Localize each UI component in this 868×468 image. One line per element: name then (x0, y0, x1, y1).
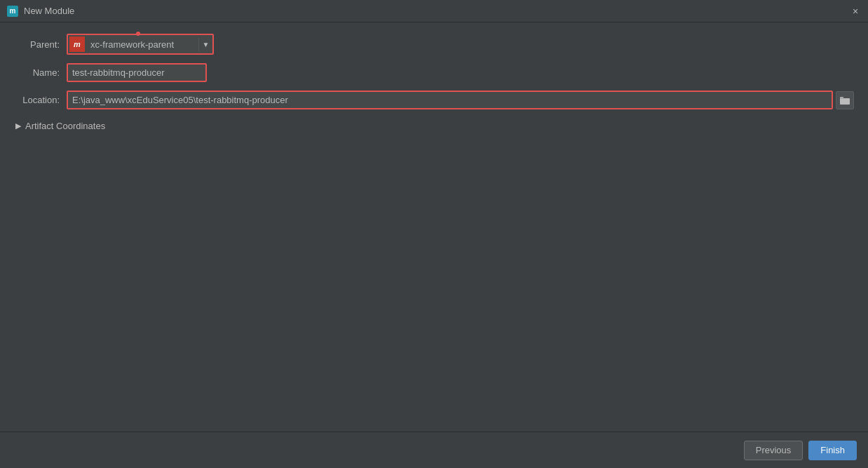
title-bar: m New Module × (0, 0, 868, 22)
dialog-title: New Module (24, 6, 850, 16)
artifact-expand-icon: ▶ (15, 121, 21, 131)
location-label: Location: (14, 95, 67, 105)
location-wrapper (67, 91, 854, 109)
dropdown-arrow-icon[interactable]: ▼ (198, 38, 212, 51)
close-button[interactable]: × (850, 6, 861, 17)
artifact-header[interactable]: ▶ Artifact Coordinates (14, 118, 854, 134)
svg-rect-2 (840, 97, 843, 99)
location-input[interactable] (67, 91, 833, 109)
name-input[interactable] (67, 63, 207, 82)
parent-row: Parent: m xc-framework-parent ▼ (14, 34, 854, 55)
dialog-footer: Previous Finish (0, 432, 868, 468)
folder-icon (840, 96, 850, 105)
name-row: Name: (14, 63, 854, 82)
browse-folder-button[interactable] (836, 91, 854, 109)
artifact-title: Artifact Coordinates (25, 121, 105, 131)
parent-label: Parent: (14, 39, 67, 50)
location-row: Location: (14, 91, 854, 109)
finish-button[interactable]: Finish (808, 441, 857, 460)
parent-value: xc-framework-parent (86, 37, 198, 52)
name-label: Name: (14, 67, 67, 78)
artifact-section: ▶ Artifact Coordinates (14, 118, 854, 134)
dialog-icon: m (7, 6, 18, 17)
new-module-dialog: m New Module × Parent: m xc-framework-pa… (0, 0, 868, 468)
validation-dot (136, 32, 140, 36)
maven-icon: m (69, 36, 85, 52)
dialog-body: Parent: m xc-framework-parent ▼ Name: Lo… (0, 22, 868, 432)
previous-button[interactable]: Previous (744, 441, 803, 460)
parent-dropdown[interactable]: m xc-framework-parent ▼ (67, 34, 214, 55)
